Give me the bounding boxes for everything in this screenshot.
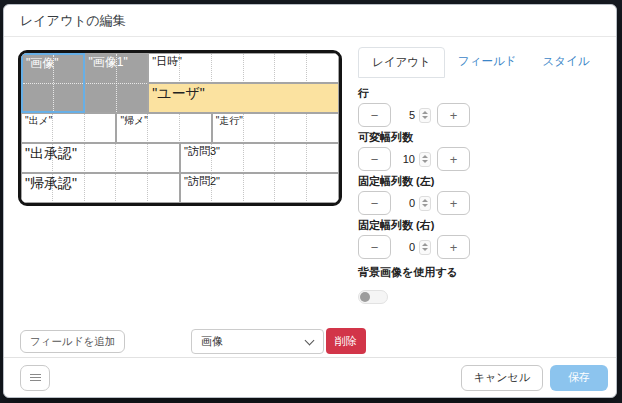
- stepper-value[interactable]: 10: [393, 153, 415, 165]
- increment-button[interactable]: +: [437, 103, 470, 127]
- stepper-label: 可変幅列数: [358, 131, 612, 143]
- decrement-button[interactable]: −: [358, 103, 391, 127]
- spinner-icon[interactable]: [419, 108, 431, 123]
- field-bar: フィールドを追加 画像 削除: [20, 327, 608, 357]
- field-select-value: 画像: [201, 334, 223, 349]
- tab-style[interactable]: スタイル: [529, 47, 602, 78]
- grid-field[interactable]: "帰承認": [21, 173, 180, 203]
- menu-button[interactable]: [20, 365, 50, 391]
- grid-field[interactable]: "出メ": [21, 113, 116, 143]
- hamburger-icon: [30, 372, 41, 383]
- stepper-label: 固定幅列数 (右): [358, 219, 612, 231]
- spinner-icon[interactable]: [419, 196, 431, 211]
- grid-field[interactable]: "画像1": [85, 53, 149, 113]
- stepper-value[interactable]: 5: [393, 109, 415, 121]
- spinner-icon[interactable]: [419, 240, 431, 255]
- dialog-title: レイアウトの編集: [20, 12, 126, 30]
- dialog-footer: キャンセル 保存: [4, 357, 616, 397]
- grid-field[interactable]: "ユーザ": [148, 83, 339, 113]
- grid-field[interactable]: "訪問2": [180, 173, 339, 203]
- chevron-down-icon: [305, 335, 315, 345]
- delete-button[interactable]: 削除: [326, 328, 366, 354]
- stepper-label: 固定幅列数 (左): [358, 175, 612, 187]
- background-image-label: 背景画像を使用する: [358, 265, 612, 280]
- panel-tabs: レイアウトフィールドスタイル: [358, 47, 612, 78]
- decrement-button[interactable]: −: [358, 235, 391, 259]
- stepper-label: 行: [358, 87, 612, 99]
- stepper-list: 行−5+可変幅列数−10+固定幅列数 (左)−0+固定幅列数 (右)−0+: [358, 87, 612, 259]
- add-field-button[interactable]: フィールドを追加: [20, 330, 125, 353]
- spinner-icon[interactable]: [419, 152, 431, 167]
- grid-field[interactable]: "画像": [21, 53, 85, 113]
- grid-field[interactable]: "出承認": [21, 143, 180, 173]
- decrement-button[interactable]: −: [358, 191, 391, 215]
- stepper-value[interactable]: 0: [393, 241, 415, 253]
- grid-field[interactable]: "訪問3": [180, 143, 339, 173]
- increment-button[interactable]: +: [437, 235, 470, 259]
- layout-grid-editor[interactable]: "画像""画像1""日時""ユーザ""出メ""帰メ""走行""出承認""訪問3"…: [18, 50, 342, 206]
- decrement-button[interactable]: −: [358, 147, 391, 171]
- stepper-value[interactable]: 0: [393, 197, 415, 209]
- increment-button[interactable]: +: [437, 147, 470, 171]
- settings-panel: レイアウトフィールドスタイル 行−5+可変幅列数−10+固定幅列数 (左)−0+…: [358, 47, 612, 304]
- grid-field[interactable]: "帰メ": [116, 113, 211, 143]
- tab-field[interactable]: フィールド: [445, 47, 530, 78]
- layout-edit-dialog: レイアウトの編集 "画像""画像1""日時""ユーザ""出メ""帰メ""走行""…: [3, 4, 617, 398]
- tab-layout[interactable]: レイアウト: [358, 47, 445, 78]
- field-select[interactable]: 画像: [191, 329, 324, 354]
- increment-button[interactable]: +: [437, 191, 470, 215]
- grid-field[interactable]: "日時": [148, 53, 339, 83]
- toggle-knob-icon: [360, 292, 370, 302]
- footer-actions: キャンセル 保存: [461, 365, 608, 391]
- grid-fields-layer: "画像""画像1""日時""ユーザ""出メ""帰メ""走行""出承認""訪問3"…: [21, 53, 339, 203]
- grid-field[interactable]: "走行": [212, 113, 339, 143]
- dialog-header: レイアウトの編集: [4, 5, 616, 37]
- background-image-toggle[interactable]: [358, 290, 388, 304]
- save-button[interactable]: 保存: [550, 365, 608, 391]
- cancel-button[interactable]: キャンセル: [461, 365, 543, 391]
